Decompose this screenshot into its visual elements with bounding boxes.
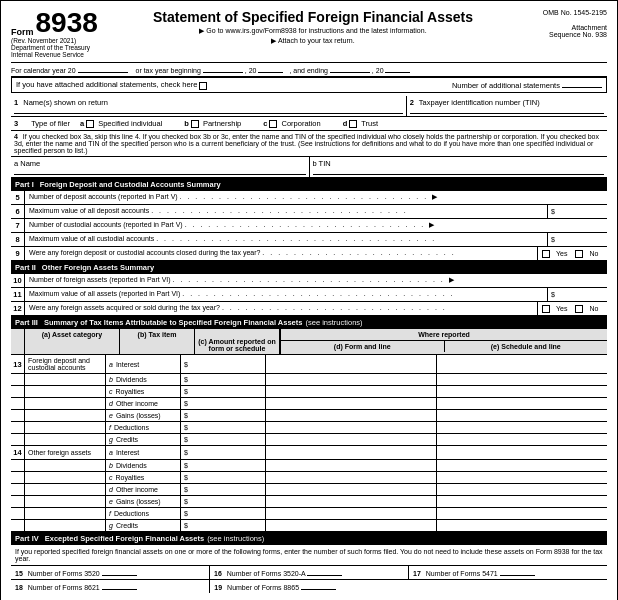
part3-num: Part III <box>15 318 38 327</box>
part2-title: Other Foreign Assets Summary <box>42 263 154 272</box>
part3-row-13-g: gCredits $ <box>11 434 607 446</box>
num-additional-field[interactable] <box>562 80 602 88</box>
row-12-yesno: Yes No <box>537 302 607 315</box>
row-14g-amount: $ <box>181 520 266 531</box>
row-12-label: Were any foreign assets acquired or sold… <box>25 302 537 315</box>
filer-a-label: Specified individual <box>98 119 162 128</box>
row-18-value[interactable] <box>102 582 137 590</box>
row-14d-form <box>266 484 437 495</box>
row-8-value: $ <box>547 233 607 246</box>
row-13a-sub: a Interest <box>106 355 181 373</box>
row-10-label: Number of foreign assets (reported in Pa… <box>25 274 607 287</box>
row-9-no: No <box>589 250 598 257</box>
form-subtitle2: ▶ Attach to your tax return. <box>109 37 517 45</box>
row-14d-amount: $ <box>181 484 266 495</box>
row-14g-form <box>266 520 437 531</box>
row-10: 10 Number of foreign assets (reported in… <box>11 274 607 288</box>
row-14f-cat-empty <box>25 508 106 519</box>
part3-header: Part III Summary of Tax Items Attributab… <box>11 316 607 329</box>
row-14a-form <box>266 446 437 459</box>
filer-a-letter: a <box>80 119 84 128</box>
filer-d-label: Trust <box>361 119 378 128</box>
row-19-value[interactable] <box>301 582 336 590</box>
form-subtitle1: ▶ Go to www.irs.gov/Form8938 for instruc… <box>109 27 517 35</box>
tax-year-begin-year-field[interactable] <box>258 65 283 73</box>
part3-row-13-f: fDeductions $ <box>11 422 607 434</box>
name-cell: a Name <box>11 157 310 177</box>
tax-year-begin-field[interactable] <box>203 65 243 73</box>
row-13g-amount: $ <box>181 434 266 445</box>
row-13b-cat-empty <box>25 374 106 385</box>
row-13a-sched <box>437 355 607 373</box>
row-13a-amount: $ <box>181 355 266 373</box>
filer-option-c: c Corporation <box>263 119 320 128</box>
row-14c-amount: $ <box>181 472 266 483</box>
check-row: If you have attached additional statemen… <box>11 77 607 93</box>
row-12-yes: Yes <box>556 305 567 312</box>
row-13e-sub: eGains (losses) <box>106 410 181 421</box>
row-3-num: 3 <box>14 119 18 128</box>
row-19-num: 19 <box>214 584 222 591</box>
row-11-value: $ <box>547 288 607 301</box>
row-12-no: No <box>589 305 598 312</box>
part4-num: Part IV <box>15 534 39 543</box>
additional-statements-checkbox[interactable] <box>199 82 207 90</box>
row-9: 9 Were any foreign deposit or custodial … <box>11 247 607 261</box>
row-13c-sub: cRoyalties <box>106 386 181 397</box>
comma20-2: , 20 <box>372 67 384 74</box>
part3-row-14-b: bDividends $ <box>11 460 607 472</box>
p3h-c-label: (c) Amount reported on form or schedule <box>195 329 280 354</box>
row-16-value[interactable] <box>307 568 342 576</box>
row-16-cell: 16 Number of Forms 3520-A <box>210 566 409 579</box>
part4-description: If you reported specified foreign financ… <box>11 545 607 566</box>
row-9-label: Were any foreign deposit or custodial ac… <box>25 247 537 260</box>
row-19-cell: 19 Number of Forms 8865 <box>210 580 408 593</box>
row-9-yes-checkbox[interactable] <box>542 250 550 258</box>
row-filler <box>409 580 607 593</box>
row-3-type-of-filer: 3 Type of filer a Specified individual b… <box>11 117 607 131</box>
row-13g-sub: gCredits <box>106 434 181 445</box>
row-3-label: Type of filer <box>31 119 70 128</box>
year-label: For calendar year 20 <box>11 67 76 74</box>
row-5-num: 5 <box>11 191 25 204</box>
part3-note: (see instructions) <box>305 318 362 327</box>
row-12-no-checkbox[interactable] <box>575 305 583 313</box>
filer-b-checkbox[interactable] <box>191 120 199 128</box>
filer-a-checkbox[interactable] <box>86 120 94 128</box>
row-13c-cat-empty <box>25 386 106 397</box>
row-14a-sub: aInterest <box>106 446 181 459</box>
row-12: 12 Were any foreign assets acquired or s… <box>11 302 607 316</box>
row-15-value[interactable] <box>102 568 137 576</box>
row-13d-cat-empty <box>25 398 106 409</box>
row-14b-sub: bDividends <box>106 460 181 471</box>
row-14a-amount: $ <box>181 446 266 459</box>
row-13-cat: Foreign deposit and custodial accounts <box>25 355 106 373</box>
num-add-label: Number of additional statements <box>452 81 560 90</box>
row-14f-sub: fDeductions <box>106 508 181 519</box>
calendar-year-field[interactable] <box>78 65 128 73</box>
row-15-label: Number of Forms 3520 <box>28 570 100 577</box>
name-tin-row: a Name b TIN <box>11 157 607 178</box>
part3-row-14-a: 14 Other foreign assets aInterest $ <box>11 446 607 460</box>
part3-row-13-a: 13 Foreign deposit and custodial account… <box>11 355 607 374</box>
tax-year-end-field[interactable] <box>330 65 370 73</box>
row-14g-cat-empty <box>25 520 106 531</box>
row-9-no-checkbox[interactable] <box>575 250 583 258</box>
part1-num: Part I <box>15 180 34 189</box>
row-15-num: 15 <box>15 570 23 577</box>
row-14e-sched <box>437 496 607 507</box>
part4-header: Part IV Excepted Specified Foreign Finan… <box>11 532 607 545</box>
filer-b-label: Partnership <box>203 119 241 128</box>
part4-title: Excepted Specified Foreign Financial Ass… <box>45 534 204 543</box>
row-17-value[interactable] <box>500 568 535 576</box>
part2-num: Part II <box>15 263 36 272</box>
filer-d-checkbox[interactable] <box>349 120 357 128</box>
row-5: 5 Number of deposit accounts (reported i… <box>11 191 607 205</box>
check-row-right: Number of additional statements <box>452 80 602 90</box>
row-14e-cat-empty <box>25 496 106 507</box>
filer-c-checkbox[interactable] <box>269 120 277 128</box>
row-12-yes-checkbox[interactable] <box>542 305 550 313</box>
row-14c-cat-empty <box>25 472 106 483</box>
p3h-a-label: (a) Asset category <box>25 329 120 354</box>
tax-year-end-year-field[interactable] <box>385 65 410 73</box>
